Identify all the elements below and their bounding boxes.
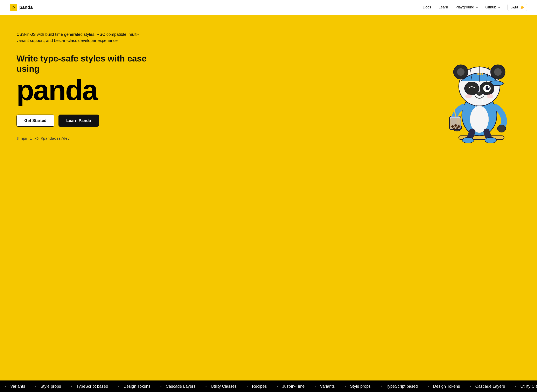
- ticker-dot: •: [35, 384, 36, 388]
- ticker-item: •Variants: [0, 384, 30, 389]
- ticker-item: •Design Tokens: [113, 384, 155, 389]
- hero-subtitle: Write type-safe styles with ease using: [16, 53, 161, 74]
- svg-point-17: [462, 137, 474, 143]
- sun-icon: ☀️: [520, 5, 524, 9]
- svg-point-23: [494, 68, 502, 76]
- svg-point-27: [477, 73, 479, 75]
- hero-buttons: Get Started Learn Panda: [16, 115, 161, 127]
- ticker-dot: •: [277, 384, 278, 388]
- learn-panda-button[interactable]: Learn Panda: [58, 115, 99, 127]
- ticker-dot: •: [345, 384, 346, 388]
- logo-text: panda: [19, 5, 33, 10]
- svg-point-28: [479, 73, 481, 75]
- ticker-item: •TypeScript based: [66, 384, 113, 389]
- dollar-sign: $: [16, 137, 19, 141]
- panda-character: [438, 45, 521, 148]
- ticker-item: •Recipes: [242, 384, 272, 389]
- hero-section: CSS-in-JS with build time generated styl…: [0, 15, 537, 380]
- svg-point-29: [481, 73, 484, 75]
- ticker-item: •Cascade Layers: [465, 384, 510, 389]
- navbar-links: Docs Learn Playground ↗ Github ↗ Light ☀…: [423, 4, 527, 11]
- svg-point-14: [453, 127, 455, 130]
- svg-point-8: [498, 125, 506, 132]
- svg-point-34: [488, 86, 489, 88]
- nav-docs[interactable]: Docs: [423, 5, 431, 9]
- svg-point-36: [478, 92, 480, 93]
- ticker-dot: •: [71, 384, 72, 388]
- ticker-item: •Just-in-Time: [272, 384, 310, 389]
- nav-github[interactable]: Github ↗: [485, 5, 500, 9]
- ticker-dot: •: [428, 384, 429, 388]
- hero-left: Write type-safe styles with ease using p…: [16, 53, 161, 141]
- ticker-item: •TypeScript based: [375, 384, 423, 389]
- svg-point-33: [485, 86, 490, 90]
- ticker-item: •Style props: [340, 384, 375, 389]
- logo-icon: p: [10, 4, 17, 11]
- ticker-dot: •: [205, 384, 207, 388]
- get-started-button[interactable]: Get Started: [16, 115, 54, 127]
- playground-arrow-icon: ↗: [475, 6, 478, 9]
- hero-content: Write type-safe styles with ease using p…: [16, 53, 521, 368]
- install-command: $ npm i -D @pandacss/dev: [16, 137, 161, 141]
- navbar: p panda Docs Learn Playground ↗ Github ↗…: [0, 0, 537, 15]
- ticker-dot: •: [515, 384, 516, 388]
- ticker-item: •Design Tokens: [423, 384, 465, 389]
- svg-point-38: [487, 94, 493, 98]
- ticker-dot: •: [380, 384, 382, 388]
- hero-title: panda: [16, 76, 161, 105]
- nav-learn[interactable]: Learn: [439, 5, 448, 9]
- nav-playground[interactable]: Playground ↗: [456, 5, 478, 9]
- ticker-item: •Utility Classes: [510, 384, 537, 389]
- ticker-dot: •: [160, 384, 162, 388]
- ticker-dot: •: [247, 384, 248, 388]
- github-arrow-icon: ↗: [498, 6, 500, 9]
- svg-point-37: [465, 94, 472, 98]
- svg-point-11: [451, 125, 454, 128]
- ticker-track: •Variants•Style props•TypeScript based•D…: [0, 384, 537, 389]
- ticker-item: •Cascade Layers: [156, 384, 200, 389]
- ticker-item: •Variants: [309, 384, 340, 389]
- ticker-bar: •Variants•Style props•TypeScript based•D…: [0, 380, 537, 392]
- ticker-dot: •: [5, 384, 6, 388]
- svg-point-22: [457, 68, 465, 76]
- svg-point-18: [485, 137, 496, 143]
- svg-point-12: [454, 124, 457, 127]
- ticker-dot: •: [470, 384, 471, 388]
- theme-toggle[interactable]: Light ☀️: [507, 4, 527, 11]
- ticker-item: •Style props: [30, 384, 66, 389]
- hero-tagline: CSS-in-JS with build time generated styl…: [16, 31, 148, 44]
- ticker-item: •Utility Classes: [200, 384, 242, 389]
- install-text: npm i -D @pandacss/dev: [21, 137, 70, 141]
- svg-point-15: [456, 127, 458, 129]
- logo[interactable]: p panda: [10, 4, 33, 11]
- ticker-dot: •: [314, 384, 316, 388]
- ticker-dot: •: [118, 384, 119, 388]
- svg-point-35: [476, 92, 482, 96]
